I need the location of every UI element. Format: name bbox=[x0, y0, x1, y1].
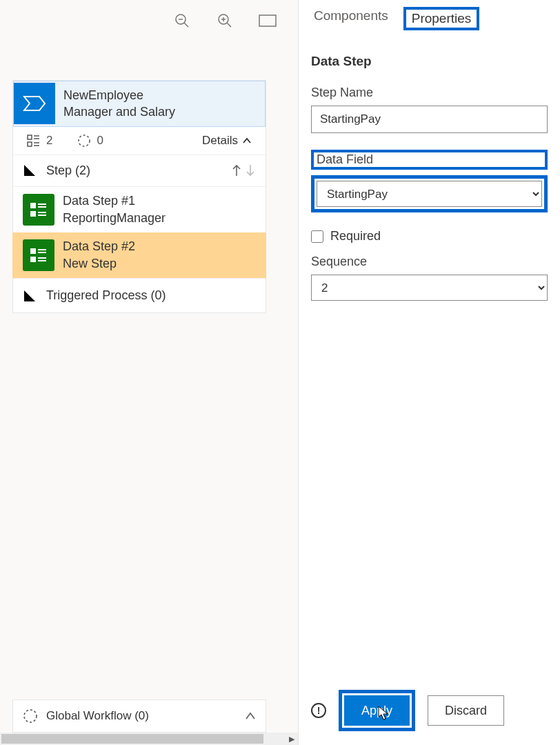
sequence-select[interactable]: 2 bbox=[311, 275, 548, 301]
data-step-icon bbox=[23, 194, 54, 226]
fit-screen-icon[interactable] bbox=[258, 11, 277, 30]
highlight-data-field-select: StartingPay bbox=[311, 175, 548, 212]
highlight-properties-tab: Properties bbox=[403, 7, 480, 30]
data-field-select[interactable]: StartingPay bbox=[317, 181, 542, 207]
svg-rect-24 bbox=[31, 257, 35, 261]
sequence-label: Sequence bbox=[311, 255, 548, 269]
step-name-input[interactable] bbox=[311, 106, 548, 133]
process-title-line2: Manager and Salary bbox=[63, 103, 175, 120]
process-card-header[interactable]: NewEmployee Manager and Salary bbox=[13, 81, 266, 127]
process-card-stats: 2 0 Details bbox=[13, 127, 266, 155]
svg-point-14 bbox=[79, 135, 90, 146]
stat-progress: 0 bbox=[77, 134, 103, 148]
data-field-label: Data Field bbox=[317, 152, 373, 166]
scrollbar-thumb[interactable] bbox=[1, 734, 263, 744]
toolbar bbox=[0, 0, 298, 41]
highlight-apply-button: Apply bbox=[339, 690, 415, 731]
svg-rect-15 bbox=[31, 203, 35, 208]
right-panel: Components Properties Data Step Step Nam… bbox=[298, 0, 560, 745]
zoom-out-icon[interactable] bbox=[172, 11, 192, 30]
triggered-process-row[interactable]: Triggered Process (0) bbox=[13, 278, 266, 312]
svg-line-4 bbox=[227, 23, 231, 27]
required-checkbox-row[interactable]: Required bbox=[311, 229, 548, 244]
dashed-circle-icon bbox=[23, 708, 38, 724]
stat-steps: 2 bbox=[27, 134, 52, 148]
data-step-2-title: Data Step #2 bbox=[63, 238, 135, 255]
triggered-label: Triggered Process (0) bbox=[46, 288, 166, 303]
required-checkbox[interactable] bbox=[311, 230, 323, 243]
panel-tabs: Components Properties bbox=[311, 7, 548, 30]
steps-header-label: Step (2) bbox=[46, 163, 90, 178]
data-step-2-subtitle: New Step bbox=[63, 255, 135, 272]
triangle-expanded-icon bbox=[23, 163, 37, 177]
properties-section-title: Data Step bbox=[311, 54, 548, 69]
arrow-down-icon[interactable] bbox=[245, 163, 256, 177]
process-card: NewEmployee Manager and Salary 2 bbox=[12, 80, 266, 313]
apply-button[interactable]: Apply bbox=[344, 695, 410, 726]
step-move-arrows bbox=[231, 163, 256, 177]
global-workflow-label: Global Workflow (0) bbox=[46, 709, 149, 723]
chevron-up-icon[interactable] bbox=[245, 712, 256, 720]
left-panel: NewEmployee Manager and Salary 2 bbox=[0, 0, 298, 745]
tab-components[interactable]: Components bbox=[311, 7, 391, 30]
horizontal-scrollbar[interactable]: ▶ bbox=[0, 733, 298, 745]
svg-rect-18 bbox=[31, 212, 35, 216]
step-name-label: Step Name bbox=[311, 86, 548, 100]
steps-count: 2 bbox=[46, 134, 52, 148]
triangle-collapsed-icon bbox=[23, 289, 37, 303]
dashed-circle-icon bbox=[77, 134, 91, 148]
list-icon bbox=[27, 135, 41, 147]
data-step-icon bbox=[23, 239, 54, 271]
svg-point-27 bbox=[24, 710, 37, 722]
chevron-up-icon bbox=[242, 137, 252, 144]
highlight-data-field-label: Data Field bbox=[311, 150, 548, 170]
details-label: Details bbox=[202, 134, 238, 148]
global-workflow-bar[interactable]: Global Workflow (0) bbox=[12, 699, 266, 733]
info-icon[interactable]: ! bbox=[311, 703, 326, 718]
details-toggle[interactable]: Details bbox=[202, 134, 252, 148]
data-step-row-2[interactable]: Data Step #2 New Step bbox=[12, 232, 266, 278]
process-title-line1: NewEmployee bbox=[63, 87, 175, 103]
bottom-buttons: ! Apply Discard bbox=[311, 690, 548, 731]
arrow-up-icon[interactable] bbox=[231, 163, 242, 177]
progress-count: 0 bbox=[97, 134, 103, 148]
data-step-1-subtitle: ReportingManager bbox=[63, 210, 166, 227]
svg-rect-21 bbox=[31, 249, 35, 253]
steps-section-header[interactable]: Step (2) bbox=[13, 155, 266, 186]
required-label: Required bbox=[330, 229, 381, 244]
svg-rect-8 bbox=[28, 135, 32, 139]
data-step-1-title: Data Step #1 bbox=[63, 192, 166, 210]
svg-rect-11 bbox=[28, 142, 32, 146]
discard-button[interactable]: Discard bbox=[428, 695, 504, 726]
svg-line-1 bbox=[184, 23, 188, 27]
process-stage-icon bbox=[14, 83, 55, 124]
zoom-in-icon[interactable] bbox=[215, 11, 234, 30]
svg-rect-7 bbox=[259, 15, 276, 26]
data-step-row-1[interactable]: Data Step #1 ReportingManager bbox=[13, 186, 266, 232]
scroll-right-icon[interactable]: ▶ bbox=[286, 733, 298, 745]
process-card-container: NewEmployee Manager and Salary 2 bbox=[0, 80, 298, 313]
tab-properties[interactable]: Properties bbox=[409, 10, 474, 28]
process-card-titles: NewEmployee Manager and Salary bbox=[55, 81, 183, 126]
